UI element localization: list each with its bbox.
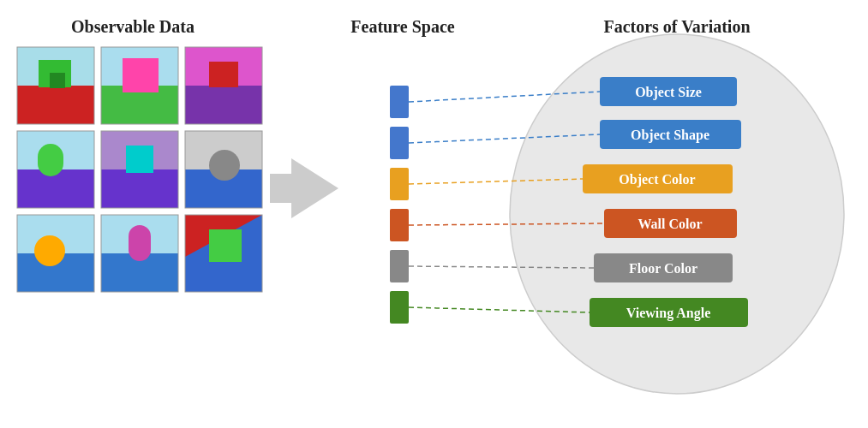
svg-rect-36	[101, 215, 178, 292]
factor-object-color-bg	[583, 164, 733, 193]
svg-rect-15	[101, 169, 178, 208]
factors-title: Factors of Variation	[603, 17, 750, 36]
obs-cell-6	[17, 215, 94, 292]
svg-point-22	[34, 235, 65, 266]
svg-rect-3	[39, 60, 71, 87]
line-floor-color	[409, 266, 594, 268]
obs-cell-4	[101, 131, 178, 208]
factor-viewing-angle-bg	[590, 298, 748, 327]
svg-rect-7	[123, 58, 159, 92]
svg-rect-9	[185, 86, 262, 124]
factor-floor-color-label: Floor Color	[629, 261, 697, 276]
factor-object-shape-bg	[600, 120, 741, 149]
svg-rect-33	[101, 131, 178, 208]
feat-bar-6	[390, 291, 409, 324]
svg-rect-24	[101, 253, 178, 292]
svg-rect-1	[17, 86, 94, 124]
svg-rect-23	[101, 215, 178, 292]
svg-rect-37	[185, 215, 262, 292]
arrow	[291, 158, 338, 218]
line-viewing-angle	[409, 307, 590, 312]
obs-cell-8	[185, 215, 262, 292]
svg-rect-4	[50, 73, 65, 88]
svg-rect-5	[101, 47, 178, 124]
line-wall-color	[409, 223, 604, 225]
svg-rect-16	[126, 146, 153, 173]
obs-cell-3	[17, 131, 94, 208]
svg-rect-25	[129, 225, 151, 261]
svg-rect-2	[39, 60, 71, 87]
obs-cell-0	[17, 47, 94, 124]
obs-cell-5	[185, 131, 262, 208]
line-object-color	[409, 179, 583, 184]
svg-rect-26	[185, 215, 262, 292]
factors-ellipse	[510, 34, 844, 394]
svg-rect-28	[209, 229, 242, 262]
svg-rect-31	[185, 47, 262, 124]
svg-rect-32	[17, 131, 94, 208]
svg-rect-10	[209, 62, 238, 87]
svg-rect-21	[17, 253, 94, 292]
feature-title: Feature Space	[350, 17, 454, 37]
svg-rect-34	[185, 131, 262, 208]
feat-bar-1	[390, 86, 409, 118]
feat-bar-3	[390, 168, 409, 200]
factor-wall-color-bg	[604, 209, 737, 238]
diagram-wrapper: Observable Data Feature Space Factors of…	[0, 0, 868, 428]
svg-marker-27	[185, 215, 262, 292]
svg-rect-20	[17, 215, 94, 292]
feat-bar-4	[390, 209, 409, 241]
obs-cell-2	[185, 47, 262, 124]
line-object-shape	[409, 134, 600, 143]
factor-object-shape-label: Object Shape	[631, 128, 709, 143]
factor-viewing-angle-label: Viewing Angle	[626, 306, 711, 321]
line-object-size	[409, 92, 600, 102]
feat-bar-5	[390, 250, 409, 282]
svg-rect-17	[185, 131, 262, 208]
svg-rect-18	[185, 169, 262, 208]
factor-object-size-bg	[600, 77, 737, 106]
svg-rect-11	[17, 131, 94, 208]
svg-point-19	[209, 150, 240, 181]
svg-rect-13	[38, 144, 63, 176]
svg-rect-30	[101, 47, 178, 124]
svg-rect-6	[101, 86, 178, 124]
svg-rect-29	[17, 47, 94, 124]
factor-object-size-label: Object Size	[635, 85, 702, 100]
svg-rect-14	[101, 131, 178, 208]
feat-bar-2	[390, 127, 409, 159]
svg-rect-8	[185, 47, 262, 124]
obs-cell-7	[101, 215, 178, 292]
svg-rect-12	[17, 169, 94, 208]
obs-cell-1	[101, 47, 178, 124]
factor-floor-color-bg	[594, 253, 733, 282]
observable-title: Observable Data	[71, 17, 195, 36]
svg-rect-38	[270, 174, 296, 203]
factor-wall-color-label: Wall Color	[638, 217, 702, 231]
svg-rect-0	[17, 47, 94, 124]
factor-object-color-label: Object Color	[619, 172, 695, 187]
svg-rect-35	[17, 215, 94, 292]
